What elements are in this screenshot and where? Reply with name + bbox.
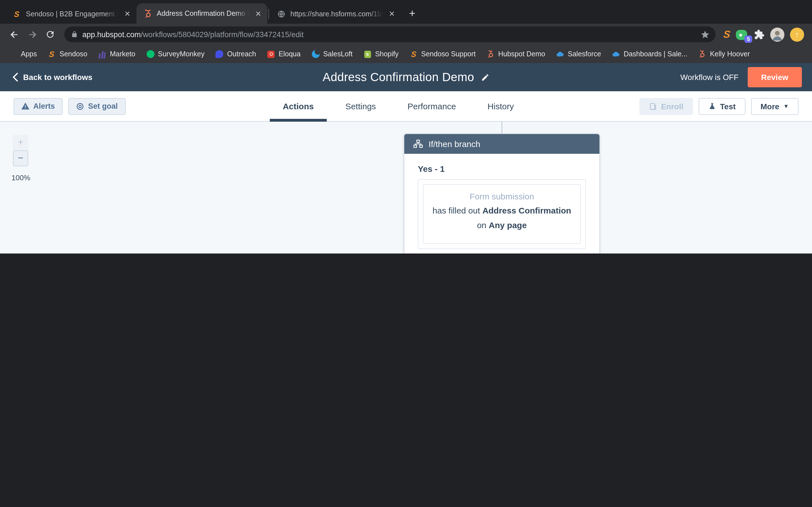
extension-badge: 5	[745, 36, 752, 43]
workflow-tabs: Actions Settings Performance History	[270, 91, 527, 121]
tab-close-icon[interactable]: ✕	[123, 9, 132, 18]
tab-label: Address Confirmation Demo | H	[157, 10, 249, 17]
branch-sitemap-icon	[413, 140, 423, 148]
forward-icon[interactable]	[24, 26, 41, 43]
extension-icons: S 5 ↑	[721, 27, 806, 41]
flask-icon	[708, 102, 716, 110]
target-icon	[77, 102, 84, 110]
workflow-header: Back to workflows Address Confirmation D…	[0, 63, 812, 91]
extensions-puzzle-icon[interactable]	[754, 29, 765, 40]
bookmark-surveymonkey[interactable]: SurveyMonkey	[146, 50, 204, 58]
review-button[interactable]: Review	[748, 67, 802, 87]
tab-hsforms[interactable]: https://share.hsforms.com/1lzH ✕	[270, 4, 401, 24]
surveymonkey-icon	[146, 50, 154, 58]
salesforce-cloud-icon	[612, 50, 620, 58]
bookmark-salesloft[interactable]: SalesLoft	[311, 50, 352, 58]
browser-update-icon[interactable]: ↑	[790, 27, 804, 41]
back-to-workflows-link[interactable]: Back to workflows	[0, 73, 93, 82]
workflow-status: Workflow is OFF	[680, 73, 739, 82]
more-button[interactable]: More ▼	[751, 98, 799, 115]
ifthen-branch-card[interactable]: If/then branch Yes - 1 Form submission h…	[404, 133, 600, 253]
sendoso-favicon: S	[12, 9, 21, 18]
bookmark-hubspot-demo[interactable]: Hubspot Demo	[486, 50, 545, 58]
workflow-canvas[interactable]: + − 100% If/then branch Yes - 1 Form sub…	[0, 122, 812, 253]
profile-avatar[interactable]	[770, 27, 784, 41]
tab-history[interactable]: History	[474, 91, 527, 121]
bookmark-shopify[interactable]: s Shopify	[363, 50, 398, 58]
sendoso-extension-icon[interactable]: S	[723, 29, 731, 40]
tab-close-icon[interactable]: ✕	[254, 9, 263, 18]
criteria-group: Form submission has filled out Address C…	[418, 179, 586, 249]
criteria-type: Form submission	[428, 191, 576, 201]
assistant-extension-icon[interactable]: 5	[736, 28, 748, 41]
test-button[interactable]: Test	[699, 98, 746, 115]
back-icon[interactable]	[6, 26, 22, 43]
tab-label: Sendoso | B2B Engagement Pla	[26, 10, 118, 18]
bookmark-sendoso[interactable]: S Sendoso	[48, 50, 87, 58]
edit-pencil-icon[interactable]	[481, 73, 490, 81]
bookmark-dashboards[interactable]: Dashboards | Sale...	[612, 50, 688, 58]
chevron-down-icon: ▼	[783, 103, 789, 109]
sendoso-icon: S	[409, 50, 418, 58]
sendoso-icon: S	[48, 50, 56, 58]
tab-address-confirmation[interactable]: Address Confirmation Demo | H ✕	[137, 3, 267, 24]
connector-line	[501, 122, 502, 133]
new-tab-button[interactable]: +	[404, 6, 420, 21]
branch-condition-label: Yes - 1	[418, 164, 599, 173]
zoom-controls: + − 100%	[13, 135, 28, 182]
browser-navbar: app.hubspot.com/workflows/5804029/platfo…	[0, 24, 812, 45]
bookmark-star-icon[interactable]	[700, 30, 710, 39]
alerts-button[interactable]: Alerts	[13, 98, 63, 115]
bookmark-kelly-hoover[interactable]: Kelly Hoover	[698, 50, 750, 58]
tab-separator	[268, 9, 269, 19]
tab-actions[interactable]: Actions	[270, 91, 327, 121]
set-goal-button[interactable]: Set goal	[68, 98, 126, 115]
alert-triangle-icon	[21, 103, 29, 110]
hubspot-sprocket-icon	[486, 50, 495, 58]
workflow-toolbar: Alerts Set goal Actions Settings Perform…	[0, 91, 812, 122]
enroll-button[interactable]: Enroll	[640, 98, 693, 115]
url-text: app.hubspot.com/workflows/5804029/platfo…	[82, 30, 696, 39]
zoom-level: 100%	[8, 173, 34, 182]
marketo-icon	[98, 50, 107, 58]
lock-icon	[71, 31, 78, 38]
outreach-icon	[215, 50, 223, 58]
screen: S Sendoso | B2B Engagement Pla ✕ Address…	[0, 0, 812, 253]
chevron-left-icon	[12, 73, 18, 82]
shopify-icon: s	[363, 50, 371, 58]
bookmark-apps[interactable]: Apps	[9, 50, 37, 58]
salesforce-cloud-icon	[556, 50, 564, 58]
hubspot-sprocket-icon	[698, 50, 707, 58]
criteria-box: Form submission has filled out Address C…	[423, 184, 581, 244]
zoom-in-button[interactable]: +	[13, 135, 28, 151]
enroll-scroll-icon	[649, 102, 657, 110]
browser-tabstrip: S Sendoso | B2B Engagement Pla ✕ Address…	[0, 0, 812, 24]
workflow-title: Address Confirmation Demo	[322, 70, 474, 84]
ifthen-card-header: If/then branch	[404, 134, 599, 154]
tab-sendoso[interactable]: S Sendoso | B2B Engagement Pla ✕	[6, 4, 137, 24]
tab-label: https://share.hsforms.com/1lzH	[290, 10, 383, 18]
url-bar[interactable]: app.hubspot.com/workflows/5804029/platfo…	[64, 26, 716, 42]
bookmark-eloqua[interactable]: Eloqua	[267, 50, 301, 58]
hubspot-favicon	[143, 9, 152, 18]
criteria-description: has filled out Address Confirmation on A…	[428, 203, 576, 233]
bookmark-salesforce[interactable]: Salesforce	[556, 50, 601, 58]
reload-icon[interactable]	[42, 26, 59, 43]
salesloft-icon	[311, 50, 320, 58]
tab-settings[interactable]: Settings	[333, 91, 389, 121]
bookmarks-bar: Apps S Sendoso Marketo SurveyMonkey Outr…	[0, 45, 812, 63]
globe-favicon	[277, 9, 286, 18]
bookmark-sendoso-support[interactable]: S Sendoso Support	[409, 50, 476, 58]
apps-grid-icon	[9, 50, 17, 58]
tab-close-icon[interactable]: ✕	[388, 9, 396, 18]
bookmark-marketo[interactable]: Marketo	[98, 50, 135, 58]
zoom-out-button[interactable]: −	[13, 151, 28, 166]
bookmark-outreach[interactable]: Outreach	[215, 50, 256, 58]
eloqua-icon	[267, 50, 275, 58]
tab-performance[interactable]: Performance	[395, 91, 469, 121]
